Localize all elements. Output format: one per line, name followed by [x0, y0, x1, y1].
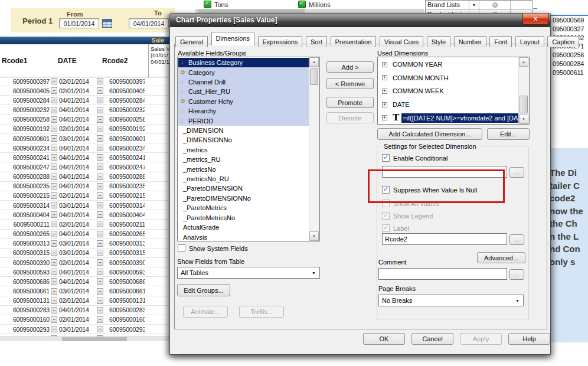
- rcode1-cell[interactable]: 60095000404: [0, 211, 50, 218]
- promote-button[interactable]: Promote: [326, 97, 374, 108]
- collapse-icon[interactable]: [51, 221, 57, 227]
- rcode2-cell[interactable]: 60095000241: [109, 154, 145, 161]
- date-cell[interactable]: 04/01/2014: [59, 145, 96, 152]
- collapse-icon[interactable]: [97, 298, 103, 304]
- date-cell[interactable]: 04/01/2014: [59, 278, 96, 285]
- help-button[interactable]: Help: [508, 333, 550, 345]
- available-field-item[interactable]: _DIMENSION: [178, 126, 309, 135]
- collapse-icon[interactable]: [51, 250, 57, 256]
- rcode1-cell[interactable]: 60095000313: [0, 240, 50, 247]
- rcode2-cell[interactable]: 60095000284: [109, 97, 145, 104]
- scroll-up-icon[interactable]: ▲: [309, 57, 319, 67]
- rcode2-cell[interactable]: 60095000315: [109, 249, 145, 256]
- date-cell[interactable]: 02/01/2014: [59, 125, 96, 132]
- minimize-dash-icon[interactable]: –: [533, 4, 537, 12]
- list-item[interactable]: 095000256: [549, 51, 588, 60]
- collapse-icon[interactable]: [97, 154, 103, 161]
- collapse-icon[interactable]: [97, 316, 103, 323]
- add-calculated-dimension-button[interactable]: Add Calculated Dimension...: [377, 128, 482, 140]
- collapse-icon[interactable]: [97, 87, 103, 94]
- table-row[interactable]: 60095000405 02/01/2014 60095000405: [0, 86, 171, 96]
- date-cell[interactable]: 04/01/2014: [59, 154, 96, 161]
- date-cell[interactable]: 02/01/2014: [59, 316, 96, 323]
- date-cell[interactable]: 02/01/2014: [59, 259, 96, 266]
- rcode2-cell[interactable]: 60095000601: [109, 135, 145, 142]
- table-row[interactable]: 60095000313 03/01/2014 60095000313: [0, 239, 171, 249]
- rcode2-cell[interactable]: 60095000293: [109, 326, 145, 333]
- rcode1-cell[interactable]: 60095000247: [0, 164, 50, 171]
- multibox-row[interactable]: Brand Lists ▼: [426, 1, 532, 10]
- list-scrollbar[interactable]: ▲ ▼: [309, 57, 319, 241]
- show-system-fields-checkbox[interactable]: [178, 244, 185, 252]
- rcode2-cell[interactable]: 60095000404: [109, 211, 145, 218]
- advanced-button[interactable]: Advanced...: [477, 252, 525, 263]
- dialog-tab[interactable]: Number: [454, 36, 486, 47]
- rcode1-cell[interactable]: 60095000390: [0, 259, 50, 266]
- table-row[interactable]: 60095000293 03/01/2014 60095000293: [0, 325, 171, 334]
- to-date-input[interactable]: [129, 18, 169, 28]
- ok-button[interactable]: OK: [363, 333, 405, 345]
- collapse-icon[interactable]: [97, 126, 103, 132]
- collapse-icon[interactable]: [97, 183, 103, 189]
- date-cell[interactable]: 03/01/2014: [59, 249, 96, 256]
- dialog-tab[interactable]: Expressions: [258, 36, 303, 47]
- chevron-down-icon[interactable]: ▼: [469, 1, 479, 9]
- rcode1-cell[interactable]: 60095000241: [0, 154, 50, 161]
- collapse-icon[interactable]: [51, 326, 57, 332]
- expand-icon[interactable]: [382, 62, 387, 67]
- list-item[interactable]: 095000569: [549, 16, 588, 25]
- rcode1-cell[interactable]: 60095000284: [0, 97, 50, 104]
- show-legend-checkbox[interactable]: [382, 212, 390, 220]
- rcode2-cell[interactable]: 60095000397: [109, 78, 145, 85]
- table-row[interactable]: 60095000315 03/01/2014 60095000315: [0, 249, 171, 258]
- rcode2-cell[interactable]: 60095000390: [109, 259, 145, 266]
- dialog-tab[interactable]: Layout: [515, 36, 544, 47]
- collapse-icon[interactable]: [97, 164, 103, 170]
- collapse-icon[interactable]: [97, 174, 103, 180]
- apply-button[interactable]: Apply: [460, 333, 502, 345]
- table-filter-dropdown[interactable]: All Tables ▼: [177, 267, 320, 279]
- suppress-null-checkbox[interactable]: [382, 186, 390, 194]
- date-cell[interactable]: 03/01/2014: [59, 287, 96, 295]
- table-row[interactable]: 60095000247 04/01/2014 60095000247: [0, 162, 171, 172]
- close-icon[interactable]: x: [522, 14, 548, 25]
- collapse-icon[interactable]: [51, 211, 57, 218]
- from-date-input[interactable]: [59, 18, 99, 28]
- available-field-item[interactable]: PERIOD: [178, 116, 309, 125]
- rcode1-cell[interactable]: 60095000288: [0, 173, 50, 180]
- table-row[interactable]: 60095000601 03/01/2014 60095000601: [0, 134, 171, 143]
- collapse-icon[interactable]: [51, 192, 57, 199]
- scroll-up-icon[interactable]: ▲: [519, 57, 528, 67]
- collapse-icon[interactable]: [51, 316, 57, 323]
- rcode1-cell[interactable]: 60095000405: [0, 87, 50, 94]
- rcode2-cell[interactable]: 60095000686: [109, 278, 145, 285]
- available-field-item[interactable]: _metricsNo_RU: [178, 174, 309, 184]
- used-dimension-item[interactable]: T COMMON MONTH: [378, 71, 519, 85]
- dialog-tab[interactable]: Style: [427, 36, 450, 47]
- collapse-icon[interactable]: [51, 183, 57, 189]
- dialog-tab[interactable]: Dimensions: [211, 32, 254, 45]
- date-cell[interactable]: 04/01/2014: [59, 211, 96, 218]
- collapse-icon[interactable]: [97, 116, 103, 123]
- rcode1-cell[interactable]: 60095000314: [0, 202, 50, 209]
- date-cell[interactable]: 03/01/2014: [59, 135, 96, 142]
- dialog-title[interactable]: Chart Properties [Sales Value]: [170, 14, 550, 27]
- table-row[interactable]: 60095000241 04/01/2014 60095000241: [0, 153, 171, 162]
- table-row[interactable]: 60095000232 04/01/2014 60095000232: [0, 105, 171, 115]
- collapse-icon[interactable]: [51, 298, 57, 304]
- rcode1-cell[interactable]: 60095000235: [0, 182, 50, 189]
- collapse-icon[interactable]: [51, 288, 57, 295]
- date-cell[interactable]: 02/01/2014: [59, 297, 96, 304]
- dialog-tab[interactable]: Presentation: [331, 36, 377, 47]
- column-header-sales-value[interactable]: Sales Va (01/01/ 04/01/1: [148, 44, 171, 78]
- collapse-icon[interactable]: [51, 269, 57, 275]
- table-row[interactable]: 60095000686 04/01/2014 60095000686: [0, 277, 171, 286]
- collapse-icon[interactable]: [51, 231, 57, 237]
- millions-toggle[interactable]: Millions: [298, 1, 331, 8]
- date-cell[interactable]: 04/01/2014: [59, 164, 96, 171]
- date-cell[interactable]: 04/01/2014: [59, 106, 96, 113]
- available-field-item[interactable]: ActualGrade: [178, 223, 309, 232]
- rcode1-cell[interactable]: 60095000265: [0, 230, 50, 237]
- rcode2-cell[interactable]: 60095000234: [109, 145, 145, 152]
- dialog-tab[interactable]: Visual Cues: [380, 36, 424, 47]
